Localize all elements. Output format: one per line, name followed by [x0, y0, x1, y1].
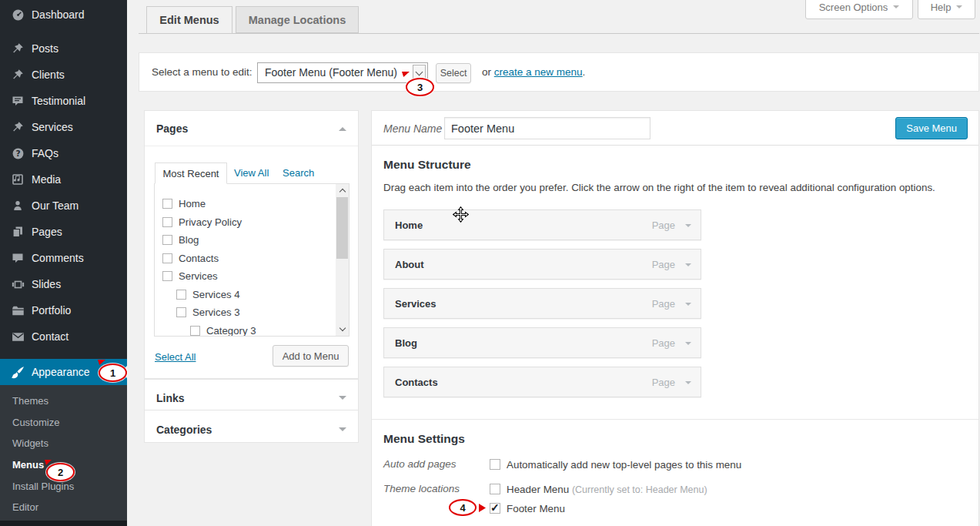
footer-menu-checkbox[interactable]	[490, 503, 500, 514]
admin-sidebar: Dashboard Posts Clients Testimonial Serv…	[0, 0, 127, 526]
screen-options-button[interactable]: Screen Options	[805, 0, 913, 19]
page-checkbox[interactable]	[162, 253, 172, 263]
pushpin-icon	[11, 120, 25, 134]
page-checkbox[interactable]	[162, 199, 172, 209]
page-item: Category 3	[155, 322, 349, 337]
tab-manage-locations[interactable]: Manage Locations	[236, 6, 359, 33]
appearance-submenu: Themes Customize Widgets Menus Install P…	[0, 385, 127, 521]
chevron-down-icon	[956, 5, 962, 12]
scrollbar[interactable]	[336, 184, 349, 336]
page-item: Contacts	[155, 250, 349, 268]
page-checkbox[interactable]	[162, 217, 172, 227]
pages-accordion: Pages Most Recent View All Search Home P…	[144, 110, 359, 379]
slides-icon	[11, 277, 25, 291]
select-menu-label: Select a menu to edit:	[152, 53, 253, 91]
sidebar-item-contact[interactable]: Contact	[0, 323, 127, 350]
links-accordion: Links	[144, 379, 359, 410]
menu-item-home[interactable]: Home Page	[383, 209, 701, 240]
categories-accordion-header[interactable]: Categories	[145, 410, 358, 442]
sidebar-item-clients[interactable]: Clients	[0, 62, 127, 88]
page-checkbox[interactable]	[162, 235, 172, 245]
auto-add-checkbox[interactable]	[490, 459, 500, 470]
expand-arrow-icon[interactable]	[685, 303, 691, 309]
page-checkbox[interactable]	[190, 326, 200, 336]
expand-arrow-icon[interactable]	[339, 396, 346, 404]
page-item: Blog	[155, 231, 349, 250]
menu-name-bar: Menu Name Save Menu	[372, 111, 978, 146]
scroll-up-icon[interactable]	[336, 184, 349, 197]
pages-icon	[11, 225, 25, 239]
add-to-menu-button[interactable]: Add to Menu	[273, 345, 349, 367]
sidebar-item-faqs[interactable]: ? FAQs	[0, 140, 127, 166]
tab-edit-menus[interactable]: Edit Menus	[146, 6, 232, 34]
links-accordion-header[interactable]: Links	[145, 380, 358, 410]
expand-arrow-icon[interactable]	[685, 342, 691, 348]
menu-item-blog[interactable]: Blog Page	[383, 327, 701, 358]
brush-icon	[11, 365, 25, 379]
sidebar-item-comments[interactable]: Comments	[0, 245, 127, 271]
help-button[interactable]: Help	[918, 0, 975, 19]
create-menu-text: or create a new menu.	[482, 53, 585, 91]
question-icon: ?	[11, 146, 25, 160]
page-checkbox[interactable]	[176, 290, 186, 300]
page-checkbox[interactable]	[176, 307, 186, 317]
sidebar-item-testimonial[interactable]: Testimonial	[0, 88, 127, 114]
sidebar-item-services[interactable]: Services	[0, 114, 127, 140]
svg-text:?: ?	[15, 149, 20, 159]
submenu-item-widgets[interactable]: Widgets	[0, 433, 127, 454]
select-all-link[interactable]: Select All	[155, 351, 196, 363]
save-menu-button[interactable]: Save Menu	[895, 117, 968, 139]
menu-editor-panel: Menu Name Save Menu Menu Structure Drag …	[371, 110, 979, 526]
collapse-menu-strip[interactable]	[0, 521, 127, 526]
sidebar-item-label: Clients	[32, 69, 65, 81]
annotation-circle-2: 2	[46, 463, 75, 481]
submenu-item-themes[interactable]: Themes	[0, 390, 127, 412]
expand-arrow-icon[interactable]	[339, 427, 346, 435]
tab-most-recent[interactable]: Most Recent	[155, 162, 227, 184]
expand-arrow-icon[interactable]	[685, 263, 691, 270]
menu-item-services[interactable]: Services Page	[383, 288, 701, 319]
footer-menu-text: Footer Menu	[507, 503, 565, 514]
dashboard-icon	[11, 8, 25, 22]
annotation-circle-3: 3	[406, 78, 434, 96]
submenu-item-editor[interactable]: Editor	[0, 497, 127, 518]
collapse-arrow-icon[interactable]	[339, 123, 346, 131]
sidebar-item-our-team[interactable]: Our Team	[0, 193, 127, 219]
person-icon	[11, 199, 25, 213]
sidebar-item-label: Media	[32, 173, 61, 186]
pages-accordion-header[interactable]: Pages	[145, 111, 358, 146]
sidebar-item-posts[interactable]: Posts	[0, 35, 127, 62]
expand-arrow-icon[interactable]	[685, 381, 691, 387]
theme-locations-label: Theme locations	[383, 484, 460, 494]
submenu-item-customize[interactable]: Customize	[0, 412, 127, 434]
pages-checklist: Home Privacy Policy Blog Contacts Servic…	[154, 183, 350, 337]
sidebar-item-pages[interactable]: Pages	[0, 219, 127, 245]
sidebar-item-media[interactable]: Media	[0, 166, 127, 193]
tab-view-all[interactable]: View All	[234, 162, 269, 183]
sidebar-item-label: Posts	[32, 42, 59, 55]
menu-structure-title: Menu Structure	[383, 158, 471, 171]
sidebar-item-dashboard[interactable]: Dashboard	[0, 2, 127, 28]
pushpin-icon	[11, 42, 25, 55]
menu-item-contacts[interactable]: Contacts Page	[383, 367, 701, 397]
menu-name-input[interactable]	[444, 117, 651, 139]
tab-search[interactable]: Search	[283, 162, 314, 183]
media-icon	[11, 173, 25, 186]
portfolio-icon	[11, 303, 25, 317]
sidebar-item-slides[interactable]: Slides	[0, 271, 127, 297]
menu-item-about[interactable]: About Page	[383, 249, 701, 280]
scroll-down-icon[interactable]	[336, 323, 349, 336]
select-button[interactable]: Select	[436, 63, 471, 83]
create-new-menu-link[interactable]: create a new menu	[494, 66, 583, 78]
annotation-circle-4: 4	[449, 499, 477, 516]
tab-divider	[139, 33, 979, 34]
menu-structure-hint: Drag each item into the order you prefer…	[383, 183, 935, 193]
expand-arrow-icon[interactable]	[685, 224, 691, 230]
scrollbar-thumb[interactable]	[336, 197, 348, 259]
sidebar-item-portfolio[interactable]: Portfolio	[0, 297, 127, 323]
sidebar-item-label: Our Team	[32, 199, 79, 212]
sidebar-item-label: Pages	[32, 226, 62, 238]
page-checkbox[interactable]	[162, 271, 172, 281]
header-menu-checkbox[interactable]	[490, 484, 500, 494]
menu-name-label: Menu Name	[383, 111, 442, 146]
